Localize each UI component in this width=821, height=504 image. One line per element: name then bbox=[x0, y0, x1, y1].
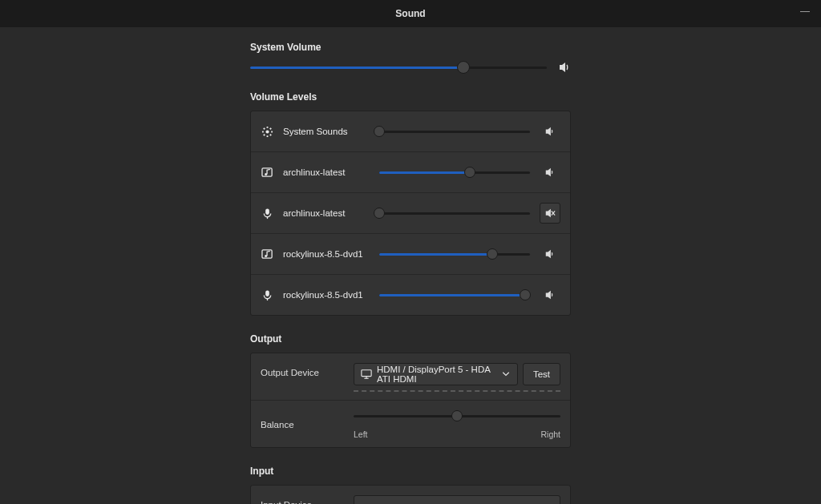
titlebar[interactable]: Sound — bbox=[0, 0, 821, 27]
output-device-select[interactable]: HDMI / DisplayPort 5 - HDA ATI HDMI bbox=[354, 363, 518, 385]
volume-level-row: archlinux-latest bbox=[251, 152, 570, 193]
output-device-value: HDMI / DisplayPort 5 - HDA ATI HDMI bbox=[377, 365, 495, 384]
mute-toggle-button[interactable] bbox=[540, 203, 560, 224]
sound-settings-window: Sound — System Volume Volume Levels Syst… bbox=[0, 0, 821, 504]
chevron-down-icon bbox=[501, 369, 511, 379]
speaker-indicator[interactable] bbox=[540, 162, 560, 183]
system-volume-slider[interactable] bbox=[250, 62, 547, 73]
balance-label: Balance bbox=[261, 420, 346, 429]
volume-level-row: System Sounds bbox=[251, 111, 570, 152]
monitor-icon bbox=[361, 369, 372, 380]
mic-icon bbox=[261, 288, 273, 301]
volume-level-slider[interactable] bbox=[379, 248, 530, 260]
divider-dashed bbox=[354, 390, 560, 392]
volume-level-slider[interactable] bbox=[379, 167, 530, 178]
mic-icon bbox=[261, 207, 273, 220]
volume-levels-heading: Volume Levels bbox=[250, 91, 571, 103]
volume-level-name: System Sounds bbox=[283, 127, 370, 136]
input-device-label: Input Device bbox=[261, 495, 346, 504]
output-panel: Output Device HDMI / DisplayPort 5 - HDA… bbox=[250, 353, 571, 448]
output-device-label: Output Device bbox=[261, 363, 346, 377]
input-panel: Input Device Configuration bbox=[250, 485, 571, 504]
speaker-indicator[interactable] bbox=[540, 284, 560, 305]
test-button[interactable]: Test bbox=[523, 363, 560, 385]
volume-level-name: archlinux-latest bbox=[283, 208, 370, 218]
speaker-icon[interactable] bbox=[558, 61, 571, 74]
input-device-select[interactable] bbox=[354, 495, 560, 504]
balance-slider[interactable] bbox=[354, 410, 560, 421]
media-icon bbox=[261, 166, 273, 179]
volume-level-row: rockylinux-8.5-dvd1 bbox=[251, 234, 570, 275]
output-heading: Output bbox=[250, 333, 571, 345]
window-title: Sound bbox=[395, 8, 425, 19]
volume-level-name: rockylinux-8.5-dvd1 bbox=[283, 290, 370, 300]
input-heading: Input bbox=[250, 466, 571, 477]
balance-left-label: Left bbox=[354, 429, 368, 439]
media-icon bbox=[261, 248, 273, 260]
volume-levels-panel: System Soundsarchlinux-latestarchlinux-l… bbox=[250, 111, 571, 316]
volume-level-slider[interactable] bbox=[379, 126, 530, 137]
speaker-indicator[interactable] bbox=[540, 121, 560, 142]
balance-right-label: Right bbox=[540, 429, 560, 439]
content-area: System Volume Volume Levels System Sound… bbox=[0, 27, 821, 504]
volume-level-name: rockylinux-8.5-dvd1 bbox=[283, 249, 370, 259]
volume-level-name: archlinux-latest bbox=[283, 167, 370, 177]
system-volume-heading: System Volume bbox=[250, 42, 571, 53]
volume-level-slider[interactable] bbox=[379, 289, 530, 300]
volume-level-row: rockylinux-8.5-dvd1 bbox=[251, 275, 570, 315]
volume-level-slider[interactable] bbox=[379, 208, 530, 219]
gear-icon bbox=[261, 125, 273, 138]
volume-level-row: archlinux-latest bbox=[251, 193, 570, 234]
speaker-indicator[interactable] bbox=[540, 244, 560, 264]
